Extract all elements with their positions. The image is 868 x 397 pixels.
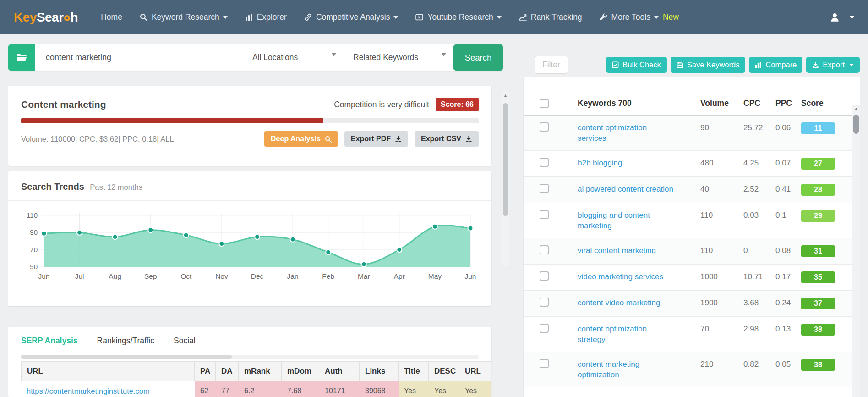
serp-horizontal-scrollbar-thumb[interactable] — [21, 355, 232, 359]
keyword-row: video marketing services100010.710.1735 — [524, 265, 860, 291]
bulk-check-button[interactable]: Bulk Check — [606, 57, 666, 73]
trends-title: Search Trends — [21, 182, 84, 192]
nav-item-rank-tracking[interactable]: Rank Tracking — [519, 12, 582, 22]
keyword-checkbox[interactable] — [540, 184, 549, 193]
keyword-link[interactable]: content optimization services — [578, 122, 675, 143]
keyword-volume: 90 — [700, 122, 743, 133]
difficulty-progress-fill — [21, 118, 323, 123]
logo[interactable]: KeySearh — [14, 10, 78, 25]
keyword-checkbox[interactable] — [540, 245, 549, 254]
keyword-volume: 40 — [700, 184, 743, 194]
keyword-link[interactable]: content marketing optimization — [578, 359, 675, 380]
keyword-row: content marketing optimization2100.820.0… — [524, 352, 860, 387]
left-scrollbar[interactable]: ▲ — [502, 91, 509, 266]
nav-item-label: Home — [101, 12, 122, 22]
keyword-link[interactable]: video marketing services — [578, 271, 675, 282]
tab-social[interactable]: Social — [174, 336, 196, 346]
keyword-checkbox[interactable] — [540, 271, 549, 281]
filter-button[interactable]: Filter — [535, 56, 568, 74]
nav-item-keyword-research[interactable]: Keyword Research — [140, 12, 228, 22]
tab-rankings-traffic[interactable]: Rankings/Traffic — [97, 336, 154, 346]
keyword-row: b2b blogging4804.250.0727 — [524, 151, 860, 177]
serp-column-header[interactable]: Title — [399, 361, 429, 381]
keyword-checkbox[interactable] — [540, 298, 549, 307]
caret-down-icon — [849, 64, 854, 66]
nav-item-competitive-analysis[interactable]: Competitive Analysis — [304, 12, 398, 22]
serp-column-header[interactable]: URL — [21, 361, 195, 381]
save-icon — [677, 61, 683, 68]
select-all-checkbox[interactable] — [540, 99, 549, 108]
serp-column-header[interactable]: mDom — [282, 361, 319, 381]
caret-down-icon — [442, 53, 446, 56]
keyword-checkbox[interactable] — [540, 158, 549, 167]
caret-down-icon — [850, 16, 854, 19]
serp-column-header[interactable]: URL — [459, 361, 491, 381]
export-csv-button[interactable]: Export CSV — [415, 131, 479, 147]
logo-ring-icon — [64, 15, 70, 21]
keyword-ppc: 0.06 — [775, 122, 801, 133]
search-trends-card: Search Trends Past 12 months 110907050Ju… — [8, 171, 491, 306]
keyword-overview-card: Content marketing Competition is very di… — [8, 86, 491, 166]
serp-column-header[interactable]: Links — [360, 361, 399, 381]
keywords-scrollbar-thumb[interactable] — [853, 115, 859, 134]
keyword-link[interactable]: content video marketing — [578, 298, 675, 308]
svg-text:Sep: Sep — [144, 272, 157, 280]
serp-column-header[interactable]: mRank — [239, 361, 282, 381]
keyword-score-badge: 29 — [801, 210, 835, 222]
serp-metric-cell: 6.2 — [239, 381, 282, 397]
serp-horizontal-scrollbar[interactable] — [21, 355, 479, 359]
serp-metric-cell: 10171 — [319, 381, 360, 397]
save-keywords-button[interactable]: Save Keywords — [671, 57, 746, 73]
search-button[interactable]: Search — [453, 44, 503, 71]
keyword-link[interactable]: viral content marketing — [578, 245, 675, 256]
youtube-icon — [415, 13, 423, 21]
keyword-checkbox[interactable] — [540, 359, 549, 368]
keyword-row: content video marketing19003.680.2437 — [524, 291, 860, 317]
account-menu[interactable] — [830, 12, 854, 22]
nav-item-label: Youtube Research — [427, 12, 493, 22]
nav-item-label: Keyword Research — [152, 12, 219, 22]
download-icon — [812, 61, 819, 68]
serp-column-header[interactable]: PA — [195, 361, 216, 381]
svg-text:Jun: Jun — [38, 272, 50, 280]
keyword-volume: 110 — [700, 245, 743, 256]
tab-serp-analysis[interactable]: SERP Analysis — [21, 336, 78, 346]
search-input[interactable] — [35, 44, 243, 71]
export-button[interactable]: Export — [806, 57, 860, 73]
svg-text:Jul: Jul — [75, 272, 84, 280]
keyword-cpc: 0 — [743, 245, 775, 256]
keyword-volume: 70 — [700, 324, 743, 334]
keyword-link[interactable]: content optimization strategy — [578, 324, 675, 345]
keyword-checkbox[interactable] — [540, 210, 549, 219]
download-icon — [465, 136, 472, 143]
keywords-scrollbar[interactable]: ▲ — [852, 105, 860, 397]
nav-item-more-tools[interactable]: More ToolsNew — [600, 12, 679, 22]
scroll-up-icon[interactable]: ▲ — [502, 91, 509, 99]
left-scrollbar-thumb[interactable] — [503, 103, 508, 216]
keyword-checkbox[interactable] — [540, 324, 549, 333]
keyword-link[interactable]: ai powered content creation — [578, 184, 675, 194]
nav-item-explorer[interactable]: Explorer — [245, 12, 287, 22]
nav-item-home[interactable]: Home — [101, 12, 122, 22]
location-select[interactable]: All Locations — [243, 44, 344, 71]
line-chart-icon — [519, 13, 527, 21]
link-icon — [304, 13, 312, 21]
keyword-checkbox[interactable] — [540, 122, 549, 132]
serp-url-link[interactable]: https://contentmarketinginstitute.com — [27, 387, 150, 395]
export-pdf-button[interactable]: Export PDF — [344, 131, 408, 147]
compare-button[interactable]: Compare — [749, 57, 802, 73]
serp-column-header[interactable]: Auth — [319, 361, 360, 381]
volume-column-header: Volume — [700, 99, 743, 108]
deep-analysis-button[interactable]: Deep Analysis — [264, 131, 338, 147]
keyword-type-select[interactable]: Related Keywords — [344, 44, 453, 71]
svg-text:Dec: Dec — [251, 272, 264, 280]
nav-item-youtube-research[interactable]: Youtube Research — [415, 12, 501, 22]
svg-text:Jun: Jun — [465, 272, 476, 280]
scroll-up-icon[interactable]: ▲ — [852, 105, 860, 113]
keyword-link[interactable]: b2b blogging — [578, 158, 675, 168]
serp-column-header[interactable]: DA — [216, 361, 239, 381]
saved-lists-button[interactable] — [8, 44, 35, 71]
keyword-link[interactable]: blogging and content marketing — [578, 210, 675, 231]
svg-text:Jan: Jan — [287, 272, 299, 280]
serp-column-header[interactable]: DESC — [429, 361, 459, 381]
